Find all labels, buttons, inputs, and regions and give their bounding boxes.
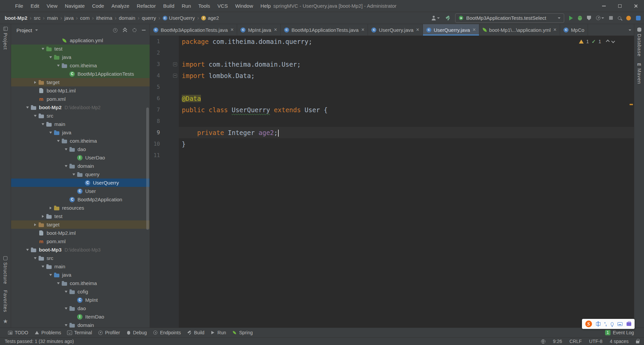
menu-code[interactable]: Code — [88, 0, 108, 12]
chevron-collapsed-icon[interactable] — [48, 207, 53, 209]
chevron-expanded-icon[interactable] — [40, 48, 46, 50]
code-line-5[interactable]: 5 — [150, 81, 634, 93]
breadcrumb-item-itheima[interactable]: itheima — [96, 15, 112, 21]
menu-file[interactable]: File — [11, 0, 27, 12]
menu-window[interactable]: Window — [231, 0, 257, 12]
tree-item-user[interactable]: User — [11, 187, 150, 195]
line-separator[interactable]: CRLF — [570, 339, 582, 344]
menu-refactor[interactable]: Refactor — [133, 0, 160, 12]
chevron-collapsed-icon[interactable] — [40, 215, 46, 218]
code-line-4[interactable]: 4import lombok.Data; — [150, 70, 634, 81]
vcs-users-button[interactable] — [431, 16, 440, 20]
tool-stripe-project[interactable]: Project — [3, 27, 8, 50]
maximize-button[interactable] — [612, 0, 628, 12]
chevron-expanded-icon[interactable] — [71, 174, 76, 176]
line-number[interactable]: 5 — [150, 81, 179, 93]
breadcrumb-item-java[interactable]: java — [64, 15, 74, 21]
tab-mpco[interactable]: MpCo — [560, 24, 588, 36]
toolwindow-endpoints[interactable]: Endpoints — [150, 328, 184, 337]
collapse-all-icon[interactable] — [123, 28, 127, 32]
hidden-tabs-button[interactable] — [628, 24, 631, 36]
tool-stripe-favorites[interactable]: Favorites — [3, 290, 8, 313]
menu-analyze[interactable]: Analyze — [108, 0, 133, 12]
debug-button[interactable] — [578, 16, 582, 20]
tab-userquery-java[interactable]: UserQuery.java — [368, 24, 423, 36]
chevron-expanded-icon[interactable] — [40, 123, 46, 125]
line-number[interactable]: 7 — [150, 104, 179, 116]
breadcrumb-item-domain[interactable]: domain — [119, 15, 135, 21]
locate-file-icon[interactable] — [113, 28, 117, 32]
tree-item-application-yml[interactable]: application.yml — [11, 36, 150, 45]
chevron-expanded-icon[interactable] — [63, 324, 69, 326]
punctuation-icon[interactable]: ', — [604, 321, 607, 327]
code-line-11[interactable]: 11 — [150, 150, 634, 161]
menu-edit[interactable]: Edit — [27, 0, 43, 12]
tab-close-icon[interactable] — [274, 27, 277, 32]
minimize-button[interactable] — [596, 0, 612, 12]
tree-item-pom-xml[interactable]: pom.xml — [11, 95, 150, 103]
star-icon[interactable] — [3, 319, 8, 324]
tree-item-bootmp1applicationtests[interactable]: BootMp1ApplicationTests — [11, 70, 150, 78]
tree-item-src[interactable]: src — [11, 254, 150, 262]
tree-item-target[interactable]: target — [11, 220, 150, 229]
breadcrumb-item-src[interactable]: src — [34, 15, 41, 21]
tool-stripe-maven[interactable]: Maven — [637, 62, 642, 84]
toolwindow-terminal[interactable]: Terminal — [64, 328, 95, 337]
keyboard-icon[interactable] — [618, 322, 623, 326]
tree-item-java[interactable]: java — [11, 271, 150, 279]
updates-indicator[interactable] — [626, 16, 631, 20]
profiler-button[interactable] — [596, 16, 604, 20]
toolbox-icon[interactable] — [627, 322, 631, 326]
tab-bootmp1applicationtests-java[interactable]: BootMp1ApplicationTests.java — [281, 24, 368, 36]
warning-stripe-mark[interactable] — [630, 104, 633, 105]
chevron-expanded-icon[interactable] — [32, 257, 38, 259]
run-configuration-selector[interactable]: BootMp3ApplicationTests.testSelect — [455, 13, 564, 23]
breadcrumb-item-boot-mp2[interactable]: boot-Mp2 — [5, 15, 27, 21]
chevron-expanded-icon[interactable] — [24, 107, 30, 109]
tool-stripe-structure[interactable]: Structure — [3, 256, 8, 284]
fold-icon[interactable] — [173, 74, 177, 78]
passed-count[interactable]: 1 — [598, 39, 601, 44]
tree-item-com-itheima[interactable]: com.itheima — [11, 137, 150, 145]
chinese-mode-icon[interactable] — [596, 322, 600, 326]
tab-close-icon[interactable] — [416, 27, 419, 32]
line-number[interactable]: 2 — [150, 47, 179, 59]
tree-item-target[interactable]: target — [11, 78, 150, 86]
breadcrumb-item-userquerry[interactable]: UserQuerry — [163, 15, 195, 21]
next-problem-icon[interactable] — [611, 39, 615, 43]
tree-item-domain[interactable]: domain — [11, 321, 150, 328]
tab-close-icon[interactable] — [361, 27, 364, 32]
toolwindow-spring[interactable]: Spring — [229, 328, 256, 337]
code-line-1[interactable]: 1package com.itheima.domain.querry; — [150, 36, 634, 47]
menu-run[interactable]: Run — [178, 0, 195, 12]
tree-item-userdao[interactable]: UserDao — [11, 153, 150, 162]
panel-title[interactable]: Project — [16, 27, 32, 33]
tab-userquerry-java[interactable]: UserQuerry.java — [423, 24, 479, 36]
tree-item-cofig[interactable]: cofig — [11, 287, 150, 296]
tab-mpint-java[interactable]: MpInt.java — [237, 24, 281, 36]
menu-build[interactable]: Build — [159, 0, 178, 12]
run-button[interactable] — [569, 16, 573, 20]
menu-vcs[interactable]: VCS — [214, 0, 231, 12]
tree-item-itemdao[interactable]: ItemDao — [11, 313, 150, 321]
menu-view[interactable]: View — [43, 0, 61, 12]
toolwindow-debug[interactable]: Debug — [123, 328, 150, 337]
line-number[interactable]: 4 — [150, 70, 179, 81]
sogou-logo-icon[interactable] — [585, 321, 592, 327]
breadcrumb-item-main[interactable]: main — [47, 15, 58, 21]
code-area[interactable]: 1package com.itheima.domain.querry;23imp… — [150, 36, 634, 328]
code-line-2[interactable]: 2 — [150, 47, 634, 59]
tree-item-resources[interactable]: resources — [11, 204, 150, 212]
warning-count[interactable]: 1 — [586, 39, 589, 44]
chevron-expanded-icon[interactable] — [63, 291, 69, 293]
stop-button[interactable] — [609, 16, 613, 20]
fold-icon[interactable] — [173, 62, 177, 66]
tree-item-main[interactable]: main — [11, 120, 150, 128]
gear-icon[interactable] — [132, 28, 137, 32]
hide-panel-icon[interactable] — [142, 30, 146, 30]
tree-item-pom-xml[interactable]: pom.xml — [11, 237, 150, 246]
line-number[interactable]: 11 — [150, 150, 179, 161]
breadcrumb-item-querry[interactable]: querry — [142, 15, 156, 21]
tree-item-com-itheima[interactable]: com.itheima — [11, 279, 150, 287]
tree-item-bootmp2application[interactable]: BootMp2Application — [11, 195, 150, 204]
